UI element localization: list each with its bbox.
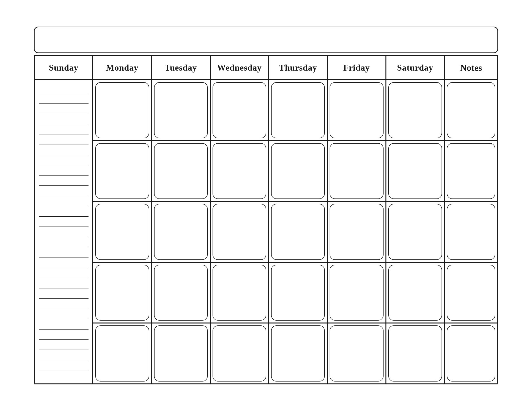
cell-row4-tue[interactable] [210,262,269,323]
notes-line [39,155,88,155]
calendar-grid: Sunday Monday Tuesday Wednesday Thursday… [34,55,498,384]
notes-line [39,298,88,299]
notes-column[interactable] [34,80,93,384]
cell-row3-wed[interactable] [269,201,327,262]
notes-line [39,237,88,237]
notes-line [39,329,88,329]
cell-row4-mon[interactable] [152,262,210,323]
cell-row3-mon[interactable] [152,201,210,262]
notes-line [39,247,88,247]
cell-row1-sun[interactable] [93,80,151,141]
notes-line [39,145,88,145]
cell-row1-mon[interactable] [152,80,210,141]
notes-line [39,175,88,176]
cell-row1-fri[interactable] [386,80,445,141]
notes-line [39,339,88,340]
cell-row2-wed[interactable] [269,141,327,202]
notes-line [39,124,88,124]
cell-row1-tue[interactable] [210,80,269,141]
cell-row3-sat[interactable] [445,201,498,262]
cell-row1-wed[interactable] [269,80,327,141]
cell-row5-sat[interactable] [445,323,498,384]
cell-row2-mon[interactable] [152,141,210,202]
cell-row1-sat[interactable] [445,80,498,141]
header-friday: Friday [327,56,386,80]
cell-row2-fri[interactable] [386,141,445,202]
cell-row5-wed[interactable] [269,323,327,384]
cell-row2-sun[interactable] [93,141,151,202]
notes-line [39,288,88,289]
notes-line [39,257,88,257]
cell-row2-thu[interactable] [327,141,386,202]
cell-row5-tue[interactable] [210,323,269,384]
cell-row3-tue[interactable] [210,201,269,262]
cell-row4-wed[interactable] [269,262,327,323]
notes-line [39,268,88,268]
notes-line [39,226,88,227]
notes-line [39,278,88,278]
cell-row3-fri[interactable] [386,201,445,262]
cell-row4-sun[interactable] [93,262,151,323]
cell-row4-thu[interactable] [327,262,386,323]
notes-line [39,319,88,319]
notes-line [39,370,88,370]
notes-line [39,196,88,196]
notes-line [39,134,88,134]
notes-line [39,93,88,93]
notes-line [39,360,88,360]
header-monday: Monday [93,56,151,80]
cell-row4-fri[interactable] [386,262,445,323]
cell-row1-thu[interactable] [327,80,386,141]
cell-row5-thu[interactable] [327,323,386,384]
cell-row2-tue[interactable] [210,141,269,202]
header-thursday: Thursday [269,56,327,80]
header-tuesday: Tuesday [152,56,210,80]
header-saturday: Saturday [386,56,445,80]
header-wednesday: Wednesday [210,56,269,80]
cell-row5-fri[interactable] [386,323,445,384]
title-bar[interactable] [34,27,498,53]
notes-line [39,114,88,114]
notes-line [39,216,88,217]
cell-row4-sat[interactable] [445,262,498,323]
cell-row5-mon[interactable] [152,323,210,384]
notes-line [39,165,88,165]
notes-line [39,309,88,309]
header-sunday: Sunday [34,56,93,80]
notes-line [39,103,88,104]
cell-row5-sun[interactable] [93,323,151,384]
cell-row3-sun[interactable] [93,201,151,262]
notes-line [39,206,88,206]
header-notes: Notes [445,56,498,80]
notes-line [39,350,88,350]
calendar-wrapper: Sunday Monday Tuesday Wednesday Thursday… [24,17,508,394]
notes-line [39,186,88,186]
cell-row3-thu[interactable] [327,201,386,262]
cell-row2-sat[interactable] [445,141,498,202]
